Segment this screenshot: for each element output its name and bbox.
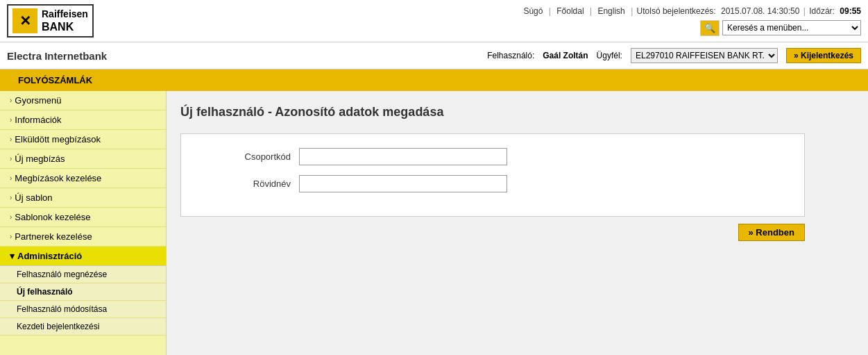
sidebar-item-label: Partnerek kezelése: [15, 231, 92, 242]
logo-name: Raiffeisen: [42, 8, 88, 20]
csoportkod-input[interactable]: [299, 148, 507, 165]
form-panel: Csoportkód Rövidnév: [180, 133, 805, 217]
header-right: Súgó | Főoldal | English | Utolsó bejele…: [521, 6, 861, 36]
sidebar-item-label: Információk: [15, 115, 61, 125]
user-name: Gaál Zoltán: [543, 51, 588, 60]
logout-button[interactable]: » Kijelentkezés: [786, 48, 861, 63]
sidebar-item-label: Sablonok kezelése: [15, 212, 90, 222]
header-links: Súgó | Főoldal | English | Utolsó bejele…: [521, 6, 861, 16]
nav-item-folyoszamlak[interactable]: FOLYÓSZÁMLÁK: [7, 69, 103, 91]
logo-bank: BANK: [42, 20, 88, 33]
last-login-label: Utolsó bejelentkezés:: [637, 6, 716, 16]
sidebar-item-sablonok[interactable]: › Sablonok kezelése: [0, 208, 166, 227]
sidebar-sub-label: Új felhasználó: [17, 287, 73, 297]
search-area: 🔍 Keresés a menüben...: [700, 20, 861, 36]
chevron-icon: ›: [10, 194, 12, 201]
content: Új felhasználó - Azonosító adatok megadá…: [167, 91, 868, 355]
time-value: 09:55: [840, 6, 861, 16]
chevron-icon: ›: [10, 116, 12, 124]
raiffeisen-logo-icon: ✕: [12, 8, 37, 33]
chevron-icon: ›: [10, 174, 12, 182]
header: ✕ Raiffeisen BANK Súgó | Főoldal | Engli…: [0, 0, 868, 42]
chevron-icon: ›: [10, 135, 12, 143]
client-select[interactable]: EL297010 RAIFFEISEN BANK RT.: [631, 48, 778, 63]
pipe1: |: [549, 6, 551, 16]
sidebar-item-elkuldott[interactable]: › Elküldött megbízások: [0, 130, 166, 149]
nav-link-folyoszamlak[interactable]: FOLYÓSZÁMLÁK: [7, 69, 103, 91]
csoportkod-row: Csoportkód: [202, 148, 783, 165]
user-info: Felhasználó: Gaál Zoltán Ügyfél: EL29701…: [487, 48, 861, 63]
rendben-button[interactable]: » Rendben: [738, 224, 805, 241]
app-title: Electra Internetbank: [7, 50, 107, 62]
nav-bar: FOLYÓSZÁMLÁK: [0, 69, 868, 91]
sidebar-item-label: Gyorsmenü: [15, 95, 61, 106]
english-link[interactable]: English: [597, 6, 624, 16]
logo-text: Raiffeisen BANK: [42, 8, 88, 33]
csoportkod-label: Csoportkód: [202, 151, 299, 162]
sidebar-section-label: Adminisztráció: [17, 251, 82, 261]
pipe2: |: [590, 6, 592, 16]
sidebar-item-uj-megbizas[interactable]: › Új megbízás: [0, 149, 166, 169]
sidebar-sub-kezdeti[interactable]: Kezdeti bejelentkezési: [0, 318, 166, 336]
logo-area: ✕ Raiffeisen BANK: [7, 4, 94, 38]
logo-box: ✕ Raiffeisen BANK: [7, 4, 94, 38]
last-login-value: 2015.07.08. 14:30:50: [721, 6, 799, 16]
time-label: Időzár:: [809, 6, 835, 16]
sidebar-sub-felhasznalo-megnezese[interactable]: Felhasználó megnézése: [0, 266, 166, 283]
sidebar-sub-label: Kezdeti bejelentkezési: [17, 322, 99, 331]
home-link[interactable]: Főoldal: [556, 6, 584, 16]
search-select[interactable]: Keresés a menüben...: [722, 20, 861, 35]
svg-text:✕: ✕: [19, 13, 31, 28]
sidebar-item-label: Elküldött megbízások: [15, 134, 101, 145]
rovidnev-input[interactable]: [299, 175, 507, 192]
main-layout: › Gyorsmenü › Információk › Elküldött me…: [0, 91, 868, 355]
nav-list: FOLYÓSZÁMLÁK: [7, 69, 861, 91]
sidebar-item-uj-sablon[interactable]: › Új sablon: [0, 188, 166, 208]
pipe3: |: [631, 6, 633, 16]
sidebar-sub-uj-felhasznalo[interactable]: Új felhasználó: [0, 283, 166, 301]
rovidnev-label: Rövidnév: [202, 179, 299, 189]
pipe4: |: [803, 6, 806, 16]
chevron-down-icon: ▾: [10, 251, 15, 261]
page-title: Új felhasználó - Azonosító adatok megadá…: [180, 105, 854, 119]
search-icon: 🔍: [704, 23, 715, 33]
chevron-icon: ›: [10, 97, 12, 104]
sidebar-sub-felhasznalo-modositasa[interactable]: Felhasználó módosítása: [0, 301, 166, 318]
sidebar-sub-label: Felhasználó módosítása: [17, 304, 107, 314]
sidebar-item-informaciok[interactable]: › Információk: [0, 110, 166, 130]
sidebar-item-label: Új sablon: [15, 192, 52, 203]
rovidnev-row: Rövidnév: [202, 175, 783, 192]
search-icon-wrap[interactable]: 🔍: [700, 20, 720, 36]
sidebar-section-adminisztracio[interactable]: ▾ Adminisztráció: [0, 247, 166, 266]
sidebar-sub-label: Felhasználó megnézése: [17, 270, 107, 279]
chevron-icon: ›: [10, 155, 12, 163]
sidebar: › Gyorsmenü › Információk › Elküldött me…: [0, 91, 167, 355]
user-label: Felhasználó:: [487, 51, 534, 60]
sidebar-item-label: Megbízások kezelése: [15, 173, 101, 183]
app-header: Electra Internetbank Felhasználó: Gaál Z…: [0, 42, 868, 69]
chevron-icon: ›: [10, 213, 12, 221]
help-link[interactable]: Súgó: [523, 6, 543, 16]
sidebar-item-megbizasok[interactable]: › Megbízások kezelése: [0, 169, 166, 188]
sidebar-item-label: Új megbízás: [15, 154, 65, 164]
action-row: » Rendben: [180, 217, 805, 248]
chevron-icon: ›: [10, 233, 12, 240]
sidebar-item-partnerek[interactable]: › Partnerek kezelése: [0, 227, 166, 247]
client-label: Ügyfél:: [597, 51, 622, 60]
sidebar-item-gyorsmenu[interactable]: › Gyorsmenü: [0, 91, 166, 110]
